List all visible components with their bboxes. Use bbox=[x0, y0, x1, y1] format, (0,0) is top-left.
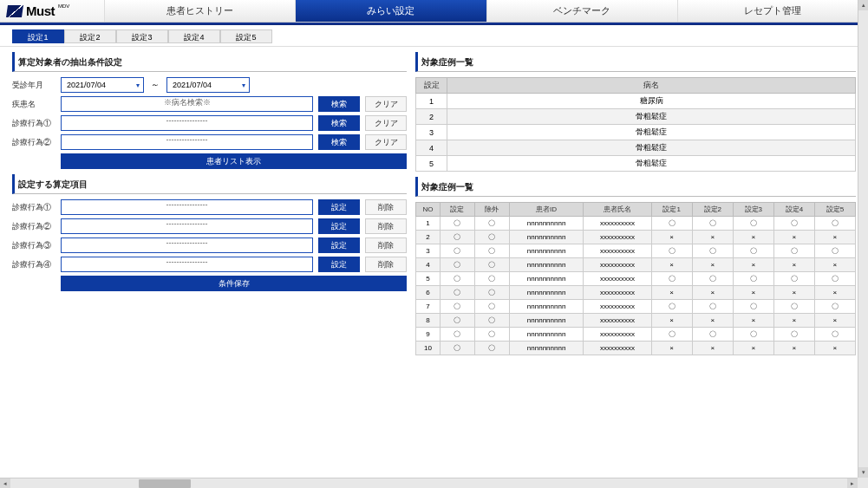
search-row-input-0[interactable]: ※病名検索※ bbox=[61, 96, 313, 112]
logo-sup: MDV bbox=[58, 3, 69, 9]
patient-row[interactable]: 4〇〇nnnnnnnnnnxxxxxxxxxx××××× bbox=[416, 258, 856, 272]
search-button-0[interactable]: 検索 bbox=[318, 96, 360, 112]
date-to-select[interactable]: 2021/07/04 bbox=[166, 77, 250, 93]
calc-row-input-3[interactable]: ---------------- bbox=[61, 257, 313, 272]
section-calc-title: 設定する算定項目 bbox=[12, 174, 407, 194]
pt-header-7: 設定3 bbox=[733, 203, 773, 217]
logo-text: Must bbox=[26, 3, 55, 18]
calc-row-input-0[interactable]: ---------------- bbox=[61, 199, 313, 215]
delete-button-3[interactable]: 削除 bbox=[365, 257, 407, 272]
calc-row-label-0: 診療行為① bbox=[12, 202, 55, 213]
delete-button-1[interactable]: 削除 bbox=[365, 218, 407, 234]
horizontal-scrollbar[interactable]: ◂ ▸ bbox=[0, 478, 858, 488]
main-tab-0[interactable]: 患者ヒストリー bbox=[104, 0, 295, 22]
pt-header-8: 設定4 bbox=[773, 203, 814, 217]
sub-tab-2[interactable]: 設定3 bbox=[116, 29, 168, 43]
patient-row[interactable]: 7〇〇nnnnnnnnnnxxxxxxxxxx〇〇〇〇〇 bbox=[416, 300, 856, 314]
case-header-1: 病名 bbox=[447, 78, 856, 94]
section-cases-title: 対象症例一覧 bbox=[415, 52, 856, 72]
patient-row[interactable]: 5〇〇nnnnnnnnnnxxxxxxxxxx〇〇〇〇〇 bbox=[416, 272, 856, 286]
patient-row[interactable]: 8〇〇nnnnnnnnnnxxxxxxxxxx××××× bbox=[416, 314, 856, 328]
scroll-right-icon[interactable]: ▸ bbox=[847, 478, 858, 488]
patient-row[interactable]: 3〇〇nnnnnnnnnnxxxxxxxxxx〇〇〇〇〇 bbox=[416, 244, 856, 258]
search-row-input-1[interactable]: ---------------- bbox=[61, 115, 313, 131]
pt-header-6: 設定2 bbox=[692, 203, 733, 217]
vertical-scrollbar[interactable]: ▴ ▾ bbox=[858, 0, 868, 478]
clear-button-0[interactable]: クリア bbox=[365, 96, 407, 112]
sub-tab-4[interactable]: 設定5 bbox=[220, 29, 272, 43]
calc-row-label-1: 診療行為② bbox=[12, 221, 55, 232]
set-button-1[interactable]: 設定 bbox=[318, 218, 360, 234]
search-row-label-2: 診療行為② bbox=[12, 137, 55, 148]
pt-header-3: 患者ID bbox=[509, 203, 583, 217]
delete-button-0[interactable]: 削除 bbox=[365, 199, 407, 215]
search-row-input-2[interactable]: ---------------- bbox=[61, 134, 313, 150]
search-button-1[interactable]: 検索 bbox=[318, 115, 360, 131]
sub-tab-0[interactable]: 設定1 bbox=[12, 29, 64, 43]
calc-row-input-1[interactable]: ---------------- bbox=[61, 218, 313, 234]
clear-button-2[interactable]: クリア bbox=[365, 134, 407, 150]
main-tab-3[interactable]: レセプト管理 bbox=[677, 0, 868, 22]
app-logo: Must MDV bbox=[0, 0, 104, 22]
case-row[interactable]: 4骨粗鬆症 bbox=[416, 140, 856, 156]
date-label: 受診年月 bbox=[12, 80, 55, 91]
patient-row[interactable]: 9〇〇nnnnnnnnnnxxxxxxxxxx〇〇〇〇〇 bbox=[416, 328, 856, 342]
pt-header-2: 除外 bbox=[474, 203, 509, 217]
case-row[interactable]: 1糖尿病 bbox=[416, 94, 856, 109]
main-tab-1[interactable]: みらい設定 bbox=[295, 0, 486, 22]
sub-tab-1[interactable]: 設定2 bbox=[64, 29, 116, 43]
scroll-left-icon[interactable]: ◂ bbox=[0, 478, 10, 488]
set-button-3[interactable]: 設定 bbox=[318, 257, 360, 272]
save-conditions-button[interactable]: 条件保存 bbox=[61, 276, 407, 291]
scroll-up-icon[interactable]: ▴ bbox=[858, 0, 868, 10]
calc-row-label-2: 診療行為③ bbox=[12, 240, 55, 251]
patient-row[interactable]: 6〇〇nnnnnnnnnnxxxxxxxxxx××××× bbox=[416, 286, 856, 300]
section-patients-title: 対象症例一覧 bbox=[415, 177, 856, 197]
scroll-thumb[interactable] bbox=[139, 479, 191, 488]
scroll-down-icon[interactable]: ▾ bbox=[858, 467, 868, 478]
pt-header-4: 患者氏名 bbox=[584, 203, 651, 217]
calc-row-input-2[interactable]: ---------------- bbox=[61, 237, 313, 253]
search-row-label-1: 診療行為① bbox=[12, 118, 55, 129]
case-row[interactable]: 3骨粗鬆症 bbox=[416, 125, 856, 140]
set-button-2[interactable]: 設定 bbox=[318, 237, 360, 253]
delete-button-2[interactable]: 削除 bbox=[365, 237, 407, 253]
logo-icon bbox=[6, 5, 23, 17]
clear-button-1[interactable]: クリア bbox=[365, 115, 407, 131]
section-extraction-title: 算定対象者の抽出条件設定 bbox=[12, 52, 407, 72]
main-tab-2[interactable]: ベンチマーク bbox=[486, 0, 677, 22]
search-row-label-0: 疾患名 bbox=[12, 99, 55, 110]
sub-tab-3[interactable]: 設定4 bbox=[168, 29, 220, 43]
search-button-2[interactable]: 検索 bbox=[318, 134, 360, 150]
case-header-0: 設定 bbox=[416, 78, 447, 94]
calc-row-label-3: 診療行為④ bbox=[12, 259, 55, 270]
case-row[interactable]: 5骨粗鬆症 bbox=[416, 156, 856, 172]
pt-header-1: 設定 bbox=[441, 203, 475, 217]
cases-table: 設定病名 1糖尿病2骨粗鬆症3骨粗鬆症4骨粗鬆症5骨粗鬆症 bbox=[415, 77, 856, 172]
pt-header-9: 設定5 bbox=[814, 203, 855, 217]
show-patient-list-button[interactable]: 患者リスト表示 bbox=[61, 153, 407, 169]
pt-header-5: 設定1 bbox=[651, 203, 692, 217]
pt-header-0: NO bbox=[416, 203, 441, 217]
case-row[interactable]: 2骨粗鬆症 bbox=[416, 109, 856, 125]
date-from-select[interactable]: 2021/07/04 bbox=[61, 77, 144, 93]
patient-row[interactable]: 10〇〇nnnnnnnnnnxxxxxxxxxx××××× bbox=[416, 342, 856, 355]
set-button-0[interactable]: 設定 bbox=[318, 199, 360, 215]
patients-table: NO設定除外患者ID患者氏名設定1設定2設定3設定4設定5 1〇〇nnnnnnn… bbox=[415, 202, 856, 355]
tilde: ～ bbox=[149, 79, 161, 91]
patient-row[interactable]: 2〇〇nnnnnnnnnnxxxxxxxxxx××××× bbox=[416, 231, 856, 244]
scroll-corner bbox=[858, 478, 868, 488]
patient-row[interactable]: 1〇〇nnnnnnnnnnxxxxxxxxxx〇〇〇〇〇 bbox=[416, 217, 856, 231]
